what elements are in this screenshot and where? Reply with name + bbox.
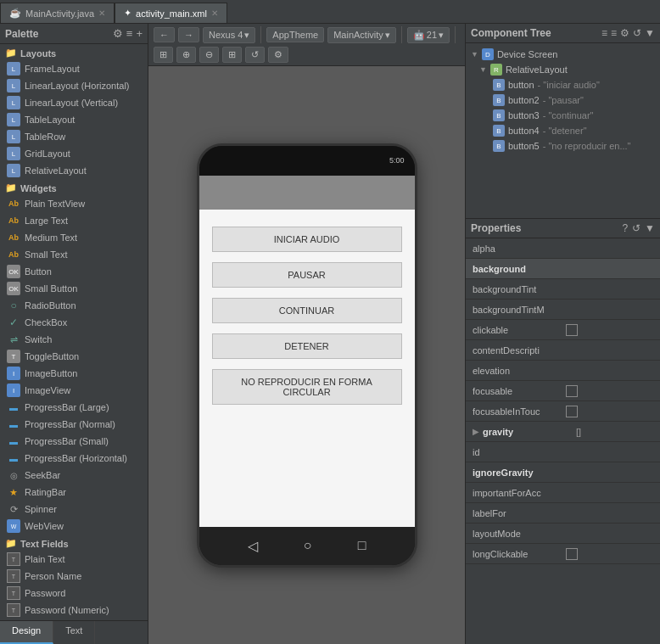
- prop-checkbox-longclickable[interactable]: [566, 548, 578, 560]
- palette-item-progressbar-horizontal[interactable]: ▬ ProgressBar (Horizontal): [0, 450, 148, 467]
- comp-tree-collapse-icon[interactable]: ▼: [645, 27, 655, 39]
- palette-item-linearlayout-h[interactable]: L LinearLayout (Horizontal): [0, 77, 148, 94]
- tree-item-button5[interactable]: B button5 - "no reproducir en...": [466, 138, 660, 154]
- prop-row-focusable[interactable]: focusable: [466, 381, 660, 401]
- prop-checkbox-focusableintouch[interactable]: [566, 406, 578, 417]
- palette-item-plaintext[interactable]: T Plain Text: [0, 551, 148, 568]
- comp-tree-refresh-icon[interactable]: ↺: [633, 27, 641, 39]
- palette-item-largetext[interactable]: Ab Large Text: [0, 212, 148, 229]
- palette-item-tablelayout[interactable]: L TableLayout: [0, 111, 148, 128]
- palette-item-gridlayout[interactable]: L GridLayout: [0, 145, 148, 162]
- palette-item-smalltext[interactable]: Ab Small Text: [0, 246, 148, 263]
- palette-menu-icon[interactable]: ≡: [126, 27, 133, 40]
- palette-item-radiobutton[interactable]: ○ RadioButton: [0, 297, 148, 314]
- nav-back-btn[interactable]: ←: [154, 27, 175, 42]
- palette-item-plaintextview[interactable]: Ab Plain TextView: [0, 195, 148, 212]
- theme-selector-btn[interactable]: AppTheme: [266, 27, 324, 42]
- widgets-section-label: Widgets: [20, 183, 57, 193]
- palette-item-progressbar-large[interactable]: ▬ ProgressBar (Large): [0, 399, 148, 416]
- tree-icon-device: D: [482, 48, 494, 60]
- xml-tab-close[interactable]: ✕: [211, 8, 218, 18]
- props-help-icon[interactable]: ?: [622, 222, 628, 234]
- fit-btn[interactable]: ⊞: [222, 47, 242, 63]
- comp-tree-icons: ≡ ≡ ⚙ ↺ ▼: [601, 27, 655, 39]
- palette-add-icon[interactable]: +: [136, 27, 143, 40]
- palette-item-togglebutton[interactable]: T ToggleButton: [0, 348, 148, 365]
- palette-item-mediumtext[interactable]: Ab Medium Text: [0, 229, 148, 246]
- comp-tree-icon-1[interactable]: ≡: [601, 27, 607, 39]
- largetext-icon: Ab: [7, 214, 20, 227]
- tree-item-button1[interactable]: B button - "iniciar audio": [466, 77, 660, 92]
- phone-btn-continuar[interactable]: CONTINUAR: [212, 298, 402, 323]
- layout-editor-btn[interactable]: ⊞: [154, 47, 173, 63]
- palette-item-tablerow[interactable]: L TableRow: [0, 128, 148, 145]
- props-filter-icon[interactable]: ▼: [645, 222, 655, 234]
- prop-checkbox-focusable[interactable]: [566, 385, 578, 397]
- nav-recents-phone-icon[interactable]: □: [358, 538, 366, 553]
- zoom-out-btn[interactable]: ⊖: [199, 47, 219, 63]
- palette-item-ratingbar[interactable]: ★ RatingBar: [0, 484, 148, 501]
- refresh-btn[interactable]: ↺: [245, 47, 265, 63]
- palette-item-password[interactable]: T Password: [0, 585, 148, 602]
- palette-item-relativelayout[interactable]: L RelativeLayout: [0, 162, 148, 179]
- tab-java[interactable]: ☕ MainActivity.java ✕: [0, 3, 115, 23]
- activity-selector-btn[interactable]: MainActivity ▾: [327, 27, 396, 43]
- tree-item-button3[interactable]: B button3 - "continuar": [466, 108, 660, 123]
- tree-item-device-screen[interactable]: ▼ D Device Screen: [466, 47, 660, 62]
- palette-settings-icon[interactable]: ⚙: [113, 27, 123, 40]
- palette-item-imagebutton[interactable]: I ImageButton: [0, 365, 148, 382]
- gravity-expand-icon[interactable]: ▶: [473, 427, 479, 436]
- palette-item-framelayout[interactable]: L FrameLayout: [0, 60, 148, 77]
- palette-item-seekbar[interactable]: ◎ SeekBar: [0, 467, 148, 484]
- palette-item-spinner[interactable]: ⟳ Spinner: [0, 501, 148, 518]
- palette-item-imageview[interactable]: I ImageView: [0, 382, 148, 399]
- palette-item-smallbutton[interactable]: OK Small Button: [0, 280, 148, 297]
- palette-item-checkbox[interactable]: ✓ CheckBox: [0, 314, 148, 331]
- zoom-in-btn[interactable]: ⊕: [176, 47, 196, 63]
- plaintextview-label: Plain TextView: [25, 199, 85, 209]
- palette-item-progressbar-small[interactable]: ▬ ProgressBar (Small): [0, 433, 148, 450]
- comp-tree-settings-icon[interactable]: ⚙: [620, 27, 629, 39]
- button-icon: OK: [7, 265, 20, 278]
- nav-back-phone-icon[interactable]: ◁: [248, 538, 258, 554]
- palette-item-personname[interactable]: T Person Name: [0, 568, 148, 585]
- phone-btn-iniciar[interactable]: INICIAR AUDIO: [212, 227, 402, 252]
- tree-item-relativelayout[interactable]: ▼ R RelativeLayout: [466, 62, 660, 77]
- java-tab-close[interactable]: ✕: [98, 8, 105, 18]
- refresh-icon: ↺: [251, 49, 259, 60]
- imagebutton-label: ImageButton: [25, 368, 77, 378]
- tree-item-button2[interactable]: B button2 - "pausar": [466, 92, 660, 108]
- fit-icon: ⊞: [228, 49, 236, 60]
- palette-item-button[interactable]: OK Button: [0, 263, 148, 280]
- nav-home-phone-icon[interactable]: ○: [304, 538, 312, 553]
- prop-row-clickable[interactable]: clickable: [466, 320, 660, 340]
- activity-dropdown-icon: ▾: [385, 30, 390, 41]
- palette-item-webview[interactable]: W WebView: [0, 518, 148, 535]
- props-undo-icon[interactable]: ↺: [632, 222, 640, 234]
- imagebutton-icon: I: [7, 367, 20, 380]
- bottom-tab-design[interactable]: Design: [0, 621, 53, 644]
- api-selector-btn[interactable]: 🤖 21 ▾: [407, 27, 450, 43]
- prop-row-gravity[interactable]: ▶ gravity []: [466, 422, 660, 442]
- nav-forward-btn[interactable]: →: [178, 27, 199, 42]
- tree-item-button4[interactable]: B button4 - "detener": [466, 123, 660, 138]
- bottom-tab-text[interactable]: Text: [53, 621, 95, 644]
- palette-item-progressbar-normal[interactable]: ▬ ProgressBar (Normal): [0, 416, 148, 433]
- device-selector-btn[interactable]: Nexus 4 ▾: [203, 27, 255, 43]
- phone-btn-detener[interactable]: DETENER: [212, 333, 402, 359]
- phone-btn-pausar[interactable]: PAUSAR: [212, 262, 402, 288]
- prop-row-background[interactable]: background: [466, 259, 660, 279]
- prop-checkbox-clickable[interactable]: [566, 324, 578, 336]
- comp-tree-icon-2[interactable]: ≡: [611, 27, 617, 39]
- tab-xml[interactable]: ✦ activity_main.xml ✕: [115, 3, 227, 23]
- tree-label-btn2: button2: [508, 95, 540, 105]
- phone-btn-no-reproducir[interactable]: NO REPRODUCIR EN FORMA CIRCULAR: [212, 369, 402, 405]
- canvas-settings-btn[interactable]: ⚙: [268, 47, 288, 63]
- palette-item-password-numeric[interactable]: T Password (Numeric): [0, 602, 148, 619]
- prop-row-longclickable[interactable]: longClickable: [466, 544, 660, 564]
- prop-row-id[interactable]: id: [466, 442, 660, 462]
- tree-desc-btn5: - "no reproducir en...": [543, 141, 631, 151]
- prop-row-focusableintouch[interactable]: focusableInTouc: [466, 401, 660, 422]
- palette-item-switch[interactable]: ⇌ Switch: [0, 331, 148, 348]
- palette-item-linearlayout-v[interactable]: L LinearLayout (Vertical): [0, 94, 148, 111]
